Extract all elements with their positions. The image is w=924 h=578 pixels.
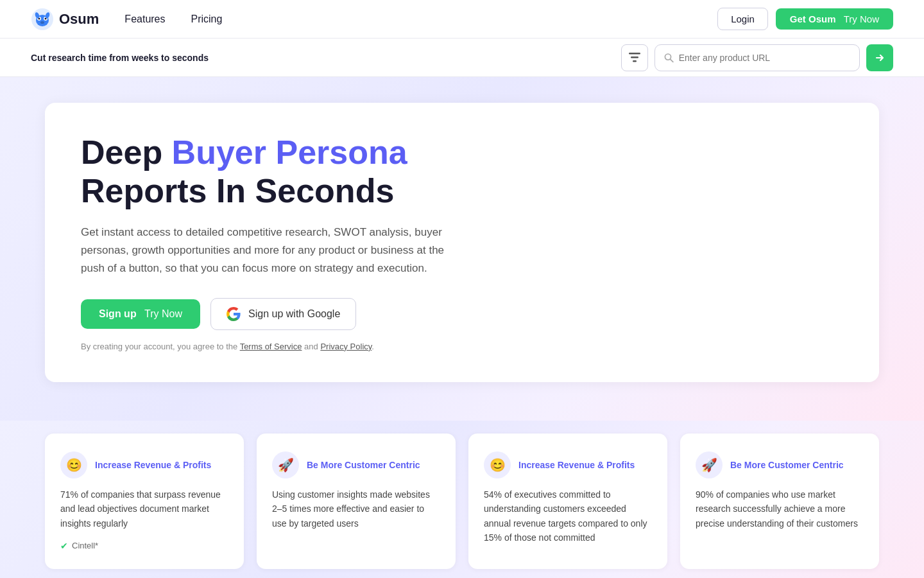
hero-card: Deep Buyer Persona Reports In Seconds Ge… — [45, 103, 879, 382]
feature-icon: 😊 — [490, 457, 506, 473]
feature-icon-wrap: 😊 — [484, 451, 511, 478]
navbar-right: Login Get Osum Try Now — [717, 8, 893, 30]
google-icon — [227, 307, 241, 321]
hero-title-rest: Reports In Seconds — [81, 172, 394, 209]
check-icon: ✔ — [60, 541, 68, 551]
arrow-right-icon — [873, 51, 886, 64]
search-bar: Cut research time from weeks to seconds — [0, 39, 924, 77]
feature-body: 71% of companies that surpass revenue an… — [60, 487, 228, 530]
logo[interactable]: Osum — [31, 8, 99, 31]
feature-source: ✔Cintell* — [60, 541, 228, 551]
legal-and: and — [302, 342, 320, 351]
feature-card-top: 😊 Increase Revenue & Profits — [60, 451, 228, 478]
feature-card: 🚀 Be More Customer Centric 90% of compan… — [680, 434, 879, 569]
hero-subtitle: Get instant access to detailed competiti… — [81, 223, 453, 277]
feature-body: 54% of executives committed to understan… — [484, 487, 652, 545]
signup-light: Try Now — [144, 308, 182, 320]
feature-title: Increase Revenue & Profits — [95, 460, 211, 470]
feature-title: Be More Customer Centric — [307, 460, 420, 470]
search-tagline: Cut research time from weeks to seconds — [31, 53, 209, 63]
nav-pricing[interactable]: Pricing — [191, 13, 223, 25]
signup-google-button[interactable]: Sign up with Google — [210, 298, 356, 330]
hero-legal: By creating your account, you agree to t… — [81, 342, 843, 351]
feature-icon-wrap: 😊 — [60, 451, 87, 478]
legal-prefix: By creating your account, you agree to t… — [81, 342, 240, 351]
hero-title: Deep Buyer Persona Reports In Seconds — [81, 134, 843, 211]
filter-icon — [629, 53, 640, 63]
feature-icon: 🚀 — [701, 457, 717, 473]
get-osum-button[interactable]: Get Osum Try Now — [776, 8, 893, 30]
svg-line-13 — [671, 59, 673, 62]
get-osum-try-label: Try Now — [844, 13, 879, 24]
feature-card: 😊 Increase Revenue & Profits 71% of comp… — [45, 434, 244, 569]
feature-icon-wrap: 🚀 — [696, 451, 723, 478]
nav-features[interactable]: Features — [124, 13, 165, 25]
feature-icon: 😊 — [66, 457, 82, 473]
search-right — [621, 44, 893, 71]
filter-button[interactable] — [621, 44, 648, 71]
feature-card-top: 😊 Increase Revenue & Profits — [484, 451, 652, 478]
svg-rect-9 — [629, 53, 640, 55]
legal-suffix: . — [372, 342, 374, 351]
feature-card: 😊 Increase Revenue & Profits 54% of exec… — [468, 434, 667, 569]
logo-text: Osum — [59, 11, 99, 28]
logo-icon — [31, 8, 54, 31]
get-osum-label: Get Osum — [790, 13, 836, 24]
svg-point-6 — [40, 21, 44, 24]
hero-actions: Sign up Try Now Sign up with Google — [81, 298, 843, 330]
search-go-button[interactable] — [866, 44, 893, 71]
signup-now-button[interactable]: Sign up Try Now — [81, 299, 200, 329]
feature-card-top: 🚀 Be More Customer Centric — [696, 451, 864, 478]
signup-bold: Sign up — [99, 308, 137, 320]
feature-body: Using customer insights made websites 2–… — [272, 487, 440, 530]
feature-title: Be More Customer Centric — [730, 460, 844, 470]
svg-rect-11 — [633, 60, 637, 62]
feature-icon-wrap: 🚀 — [272, 451, 299, 478]
hero-title-plain: Deep — [81, 134, 172, 171]
feature-title: Increase Revenue & Profits — [518, 460, 635, 470]
feature-body: 90% of companies who use market research… — [696, 487, 864, 530]
search-icon — [664, 53, 674, 63]
svg-rect-10 — [631, 57, 638, 58]
features-section: 😊 Increase Revenue & Profits 71% of comp… — [0, 421, 924, 578]
terms-of-service-link[interactable]: Terms of Service — [240, 342, 302, 351]
login-button[interactable]: Login — [717, 8, 768, 30]
feature-card: 🚀 Be More Customer Centric Using custome… — [257, 434, 456, 569]
feature-source-label: Cintell* — [72, 541, 98, 550]
privacy-policy-link[interactable]: Privacy Policy — [320, 342, 372, 351]
search-input[interactable] — [679, 53, 850, 63]
feature-icon: 🚀 — [278, 457, 294, 473]
navbar: Osum Features Pricing Login Get Osum Try… — [0, 0, 924, 39]
google-btn-label: Sign up with Google — [248, 308, 340, 320]
feature-card-top: 🚀 Be More Customer Centric — [272, 451, 440, 478]
features-grid: 😊 Increase Revenue & Profits 71% of comp… — [45, 434, 879, 569]
hero-section: Deep Buyer Persona Reports In Seconds Ge… — [0, 77, 924, 421]
search-input-wrap — [654, 44, 860, 71]
hero-title-highlight: Buyer Persona — [172, 134, 407, 171]
navbar-left: Osum Features Pricing — [31, 8, 222, 31]
